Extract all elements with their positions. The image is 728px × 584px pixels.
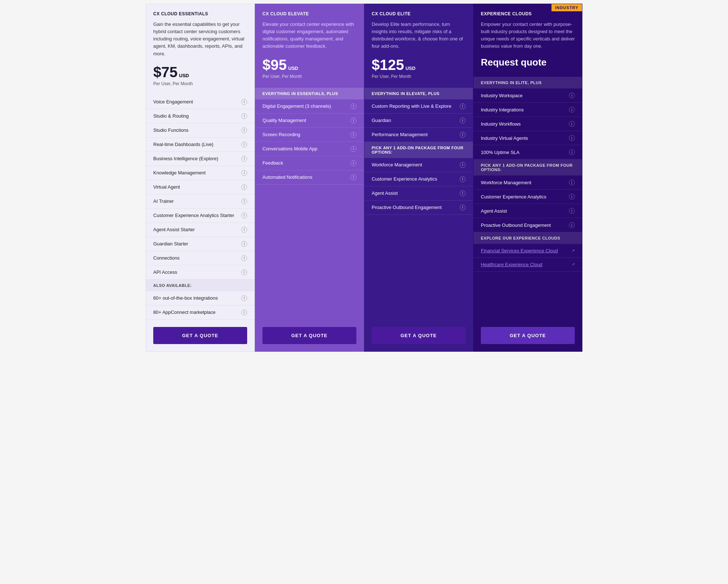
feature-item: API Access i — [146, 265, 254, 280]
info-icon[interactable]: i — [460, 132, 466, 138]
explore-section-header: EXPLORE OUR EXPERIENCE CLOUDS — [474, 232, 582, 244]
features-section-experience: EVERYTHING IN ELITE, PLUS Industry Works… — [474, 77, 582, 320]
pick-any-header-experience: PICK ANY 1 ADD-ON PACKAGE FROM FOUR OPTI… — [474, 159, 582, 175]
info-icon[interactable]: i — [569, 179, 575, 185]
explore-link-item[interactable]: Healthcare Experience Cloud ↗ — [474, 258, 582, 272]
feature-item: Guardian Starter i — [146, 237, 254, 251]
feature-name: Workforce Management — [372, 162, 422, 167]
info-icon[interactable]: i — [241, 295, 247, 301]
info-icon[interactable]: i — [241, 156, 247, 162]
feature-name: Virtual Agent — [153, 184, 180, 190]
industry-badge: INDUSTRY — [551, 4, 582, 11]
feature-item: Connections i — [146, 251, 254, 265]
info-icon[interactable]: i — [351, 160, 356, 166]
section-header-elite: EVERYTHING IN ELEVATE, PLUS — [364, 88, 473, 99]
feature-item: Industry Workflows i — [474, 117, 582, 131]
plan-header-elevate: CX Cloud ElevateElevate your contact cen… — [255, 4, 364, 88]
info-icon[interactable]: i — [351, 103, 356, 109]
info-icon[interactable]: i — [569, 121, 575, 127]
price-period: Per User, Per Month — [153, 81, 247, 86]
info-icon[interactable]: i — [241, 309, 247, 315]
feature-name: Voice Engagement — [153, 99, 193, 104]
info-icon[interactable]: i — [460, 190, 466, 196]
info-icon[interactable]: i — [569, 92, 575, 98]
section-header-elevate: EVERYTHING IN ESSENTIALS, PLUS — [255, 88, 364, 99]
info-icon[interactable]: i — [460, 103, 466, 109]
info-icon[interactable]: i — [460, 118, 466, 123]
feature-item: Feedback i — [255, 156, 364, 170]
plan-card-elevate: CX Cloud ElevateElevate your contact cen… — [255, 4, 364, 352]
info-icon[interactable]: i — [241, 184, 247, 190]
info-icon[interactable]: i — [460, 205, 466, 210]
info-icon[interactable]: i — [351, 132, 356, 138]
plan-description-elite: Develop Elite team performance, turn ins… — [372, 21, 466, 50]
info-icon[interactable]: i — [569, 107, 575, 113]
info-icon[interactable]: i — [241, 127, 247, 133]
pick-any-header-elite: PICK ANY 1 ADD-ON PACKAGE FROM FOUR OPTI… — [364, 142, 473, 158]
features-section-elite: EVERYTHING IN ELEVATE, PLUS Custom Repor… — [364, 88, 473, 320]
feature-name: Proactive Outbound Engagement — [372, 205, 442, 210]
feature-name: Quality Management — [262, 118, 306, 123]
feature-name: Guardian — [372, 118, 391, 123]
feature-item: Digital Engagement (3 channels) i — [255, 99, 364, 114]
explore-link-name[interactable]: Financial Services Experience Cloud — [481, 248, 558, 253]
plan-card-experience: INDUSTRYExperience CloudsEmpower your co… — [473, 4, 582, 352]
info-icon[interactable]: i — [241, 170, 247, 176]
info-icon[interactable]: i — [569, 194, 575, 200]
feature-name: Guardian Starter — [153, 241, 188, 246]
info-icon[interactable]: i — [241, 269, 247, 275]
feature-item: Virtual Agent i — [146, 180, 254, 194]
feature-name: Agent Assist — [372, 190, 398, 196]
feature-item: Proactive Outbound Engagement i — [364, 201, 473, 215]
feature-item: Industry Integrations i — [474, 103, 582, 117]
info-icon[interactable]: i — [569, 149, 575, 155]
feature-name: Feedback — [262, 160, 283, 166]
price-usd: USD — [405, 66, 415, 71]
info-icon[interactable]: i — [241, 99, 247, 105]
plan-description-elevate: Elevate your contact center experience w… — [262, 21, 356, 50]
cta-button-essentials[interactable]: GET A QUOTE — [153, 327, 247, 344]
info-icon[interactable]: i — [569, 222, 575, 228]
feature-item: Performance Management i — [364, 128, 473, 142]
pricing-grid: CX Cloud EssentialsGain the essential ca… — [146, 4, 582, 352]
info-icon[interactable]: i — [241, 198, 247, 204]
plan-header-experience: INDUSTRYExperience CloudsEmpower your co… — [474, 4, 582, 77]
info-icon[interactable]: i — [241, 241, 247, 247]
info-icon[interactable]: i — [569, 135, 575, 141]
feature-item: Real-time Dashboards (Live) i — [146, 138, 254, 152]
info-icon[interactable]: i — [241, 213, 247, 218]
price-amount: $125 — [372, 57, 404, 73]
feature-name: 60+ out-of-the-box integrations — [153, 295, 218, 301]
explore-link-item[interactable]: Financial Services Experience Cloud ↗ — [474, 244, 582, 258]
plan-footer-elevate: GET A QUOTE — [255, 320, 364, 351]
info-icon[interactable]: i — [351, 174, 356, 180]
plan-price-essentials: $75 USD — [153, 64, 247, 80]
feature-name: 100% Uptime SLA — [481, 150, 519, 155]
feature-name: API Access — [153, 269, 177, 275]
explore-link-name[interactable]: Healthcare Experience Cloud — [481, 262, 542, 267]
plan-footer-essentials: GET A QUOTE — [146, 320, 254, 351]
info-icon[interactable]: i — [460, 176, 466, 182]
feature-name: Performance Management — [372, 132, 428, 137]
info-icon[interactable]: i — [241, 142, 247, 147]
info-icon[interactable]: i — [569, 208, 575, 214]
cta-button-elite[interactable]: GET A QUOTE — [372, 327, 466, 344]
info-icon[interactable]: i — [351, 146, 356, 152]
info-icon[interactable]: i — [241, 227, 247, 233]
feature-item: Conversations Mobile App i — [255, 142, 364, 156]
cta-button-elevate[interactable]: GET A QUOTE — [262, 327, 356, 344]
feature-name: Studio & Routing — [153, 113, 189, 119]
info-icon[interactable]: i — [241, 255, 247, 261]
feature-name: Conversations Mobile App — [262, 146, 317, 151]
cta-button-experience[interactable]: GET A QUOTE — [481, 327, 575, 344]
feature-item: Workforce Management i — [364, 158, 473, 172]
plan-name-elevate: CX Cloud Elevate — [262, 11, 356, 16]
feature-item: Customer Experience Analytics i — [364, 172, 473, 186]
plan-name-experience: Experience Clouds — [481, 11, 575, 16]
info-icon[interactable]: i — [460, 162, 466, 168]
info-icon[interactable]: i — [241, 113, 247, 119]
feature-name: Agent Assist — [481, 208, 507, 214]
feature-item: AI Trainer i — [146, 194, 254, 209]
info-icon[interactable]: i — [351, 118, 356, 123]
feature-item: Knowledge Management i — [146, 166, 254, 180]
